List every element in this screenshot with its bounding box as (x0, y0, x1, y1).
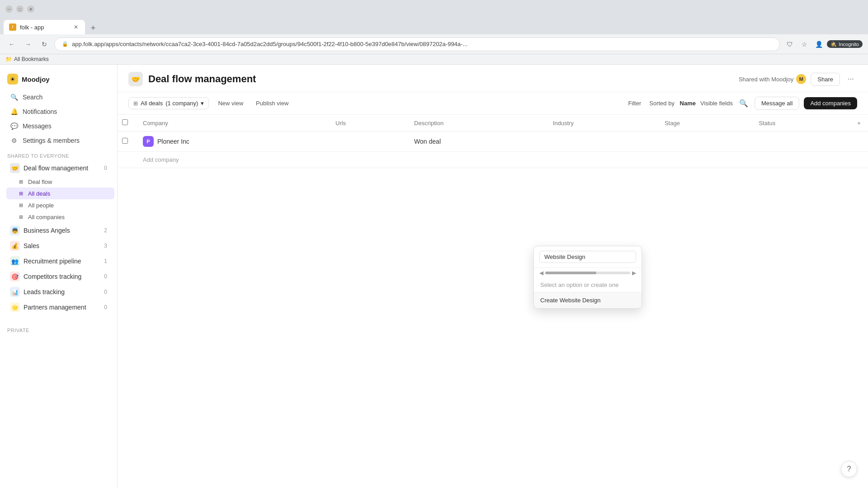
sidebar-item-notifications[interactable]: 🔔 Notifications (3, 104, 114, 119)
add-column-button[interactable]: + (850, 115, 868, 131)
sidebar-item-all-companies[interactable]: ⊞ All companies (6, 211, 114, 223)
maximize-button[interactable]: □ (16, 5, 24, 13)
sidebar-item-messages[interactable]: 💬 Messages (3, 119, 114, 133)
stage-cell[interactable] (657, 131, 751, 152)
help-icon: ? (847, 465, 851, 473)
sidebar-group-leads-header[interactable]: 📊 Leads tracking 0 (3, 284, 114, 300)
recruitment-name: Recruitment pipeline (24, 258, 96, 265)
brand-name: Moodjoy (22, 75, 50, 83)
sidebar-group-business-angels-header[interactable]: 👼 Business Angels 2 (3, 223, 114, 238)
companies-table: Company Urls Description Industry Stage … (118, 115, 868, 168)
grid-icon-4: ⊞ (17, 213, 24, 221)
chevron-down-icon: ▾ (201, 100, 204, 107)
scroll-left-arrow[interactable]: ◀ (538, 270, 545, 276)
tab-close-button[interactable]: ✕ (72, 23, 80, 31)
sidebar-group-competitors-tracking: 🎯 Competitors tracking 0 (0, 269, 117, 284)
industry-search-input[interactable] (539, 251, 636, 263)
sidebar-item-deal-flow[interactable]: ⊞ Deal flow (6, 176, 114, 188)
urls-cell[interactable] (328, 131, 407, 152)
competitors-count: 0 (100, 273, 107, 280)
sales-count: 3 (100, 243, 107, 249)
close-button[interactable]: ✕ (27, 5, 34, 13)
recruitment-count: 1 (100, 258, 107, 264)
minimize-button[interactable]: ─ (5, 5, 13, 13)
description-cell[interactable]: Won deal (407, 131, 546, 152)
address-bar[interactable]: 🔒 app.folk.app/apps/contacts/network/cca… (54, 38, 780, 51)
industry-hint: Select an option or create one (534, 278, 642, 292)
toolbar-right: Filter Sorted by Name Visible fields 🔍 M… (624, 97, 857, 110)
sidebar-group-deal-flow-management-header[interactable]: 🤝 Deal flow management 0 (3, 160, 114, 176)
sort-button[interactable]: Sorted by Name (649, 100, 696, 107)
scroll-right-arrow[interactable]: ▶ (630, 270, 638, 276)
deal-flow-management-count: 0 (100, 165, 107, 171)
message-all-button[interactable]: Message all (755, 97, 799, 110)
app-container: ☀ Moodjoy 🔍 Search 🔔 Notifications 💬 Mes… (0, 65, 868, 488)
sidebar-group-recruitment-pipeline: 👥 Recruitment pipeline 1 (0, 253, 117, 269)
grid-icon: ⊞ (17, 178, 24, 185)
more-options-button[interactable]: ··· (844, 73, 857, 85)
back-button[interactable]: ← (5, 38, 18, 51)
business-angels-count: 2 (100, 227, 107, 234)
leads-name: Leads tracking (24, 288, 96, 296)
status-column-header[interactable]: Status (751, 115, 850, 131)
bookmark-icon[interactable]: ☆ (798, 38, 811, 51)
add-company-row[interactable]: Add company (118, 152, 868, 168)
sidebar-group-sales: 💰 Sales 3 (0, 238, 117, 253)
industry-create-option[interactable]: Create Website Design (534, 292, 642, 308)
publish-view-button[interactable]: Publish view (252, 98, 292, 109)
select-all-checkbox-header[interactable] (118, 115, 136, 131)
sidebar-group-competitors-header[interactable]: 🎯 Competitors tracking 0 (3, 269, 114, 284)
company-name: Ploneer Inc (157, 138, 189, 145)
view-selector[interactable]: ⊞ All deals (1 company) ▾ (128, 97, 209, 109)
refresh-button[interactable]: ↻ (38, 38, 51, 51)
share-button[interactable]: Share (811, 73, 840, 86)
company-column-header[interactable]: Company (136, 115, 328, 131)
sidebar-group-recruitment-header[interactable]: 👥 Recruitment pipeline 1 (3, 253, 114, 269)
table-container: Company Urls Description Industry Stage … (118, 115, 868, 488)
sidebar-item-all-deals[interactable]: ⊞ All deals (6, 188, 114, 199)
business-angels-name: Business Angels (24, 227, 96, 234)
industry-cell[interactable] (546, 131, 657, 152)
tab-favicon: f (9, 23, 16, 31)
leads-count: 0 (100, 289, 107, 295)
browser-toolbar: ← → ↻ 🔒 app.folk.app/apps/contacts/netwo… (0, 34, 868, 54)
forward-button[interactable]: → (22, 38, 34, 51)
company-cell[interactable]: P Ploneer Inc (136, 131, 328, 152)
sidebar-item-all-people[interactable]: ⊞ All people (6, 199, 114, 211)
add-company-cell[interactable]: Add company (136, 152, 328, 168)
sidebar-group-sales-header[interactable]: 💰 Sales 3 (3, 238, 114, 253)
status-cell[interactable] (751, 131, 850, 152)
sales-icon: 💰 (10, 241, 20, 251)
select-all-checkbox[interactable] (122, 119, 128, 125)
view-label: All deals (141, 100, 163, 107)
sidebar-group-partners-header[interactable]: 🌟 Partners management 0 (3, 300, 114, 315)
sidebar-item-search[interactable]: 🔍 Search (3, 90, 114, 104)
competitors-icon: 🎯 (10, 272, 20, 282)
visible-fields-button[interactable]: Visible fields (700, 100, 733, 107)
stage-column-header[interactable]: Stage (657, 115, 751, 131)
shared-badge: Shared with Moodjoy M (739, 74, 806, 84)
new-view-button[interactable]: New view (214, 98, 247, 109)
urls-column-header[interactable]: Urls (328, 115, 407, 131)
browser-tabs: f folk - app ✕ + (0, 18, 868, 34)
add-companies-button[interactable]: Add companies (804, 97, 857, 109)
all-people-label: All people (28, 202, 54, 209)
industry-scrollbar[interactable] (545, 272, 630, 274)
description-column-header[interactable]: Description (407, 115, 546, 131)
active-tab[interactable]: f folk - app ✕ (4, 20, 85, 34)
filter-button[interactable]: Filter (624, 98, 645, 109)
industry-create-label: Create Website Design (540, 297, 600, 304)
row-checkbox[interactable] (122, 138, 128, 144)
all-deals-label: All deals (28, 190, 50, 197)
sidebar-item-settings[interactable]: ⚙ Settings & members (3, 133, 114, 148)
industry-column-header[interactable]: Industry (546, 115, 657, 131)
search-icon-button[interactable]: 🔍 (737, 97, 750, 110)
all-companies-label: All companies (28, 214, 65, 221)
table-row: P Ploneer Inc Won deal (118, 131, 868, 152)
profile-icon[interactable]: 👤 (812, 38, 825, 51)
sort-key: Name (680, 100, 696, 107)
row-checkbox-cell[interactable] (118, 131, 136, 152)
new-tab-button[interactable]: + (87, 22, 99, 34)
help-button[interactable]: ? (841, 461, 857, 477)
gear-icon: ⚙ (10, 136, 18, 145)
